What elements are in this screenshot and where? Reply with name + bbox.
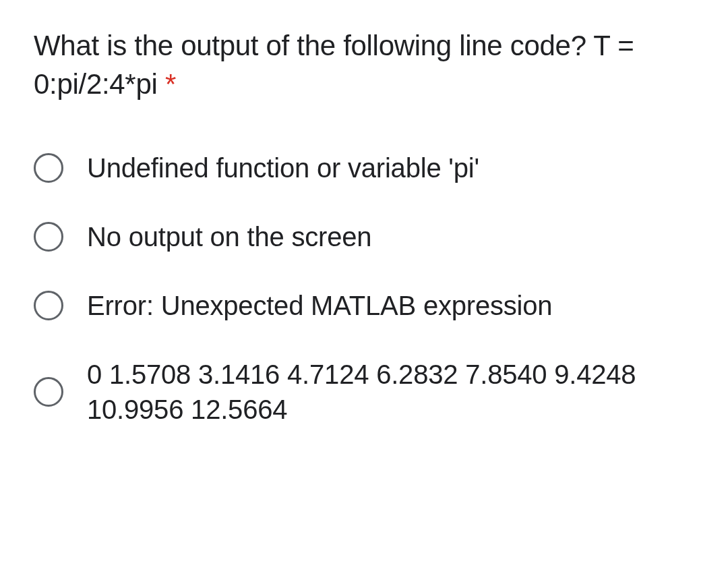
option-3[interactable]: Error: Unexpected MATLAB expression: [34, 288, 701, 323]
option-label: No output on the screen: [87, 219, 371, 254]
required-star: *: [165, 68, 176, 100]
option-label: Undefined function or variable 'pi': [87, 150, 479, 185]
radio-icon[interactable]: [34, 291, 63, 320]
radio-icon[interactable]: [34, 153, 63, 183]
option-label: Error: Unexpected MATLAB expression: [87, 288, 552, 323]
question-text: What is the output of the following line…: [34, 27, 701, 103]
option-label: 0 1.5708 3.1416 4.7124 6.2832 7.8540 9.4…: [87, 357, 701, 427]
question-prompt: What is the output of the following line…: [34, 30, 634, 100]
radio-icon[interactable]: [34, 377, 63, 407]
option-2[interactable]: No output on the screen: [34, 219, 701, 254]
option-4[interactable]: 0 1.5708 3.1416 4.7124 6.2832 7.8540 9.4…: [34, 357, 701, 427]
radio-icon[interactable]: [34, 222, 63, 252]
options-group: Undefined function or variable 'pi' No o…: [34, 150, 701, 427]
option-1[interactable]: Undefined function or variable 'pi': [34, 150, 701, 185]
